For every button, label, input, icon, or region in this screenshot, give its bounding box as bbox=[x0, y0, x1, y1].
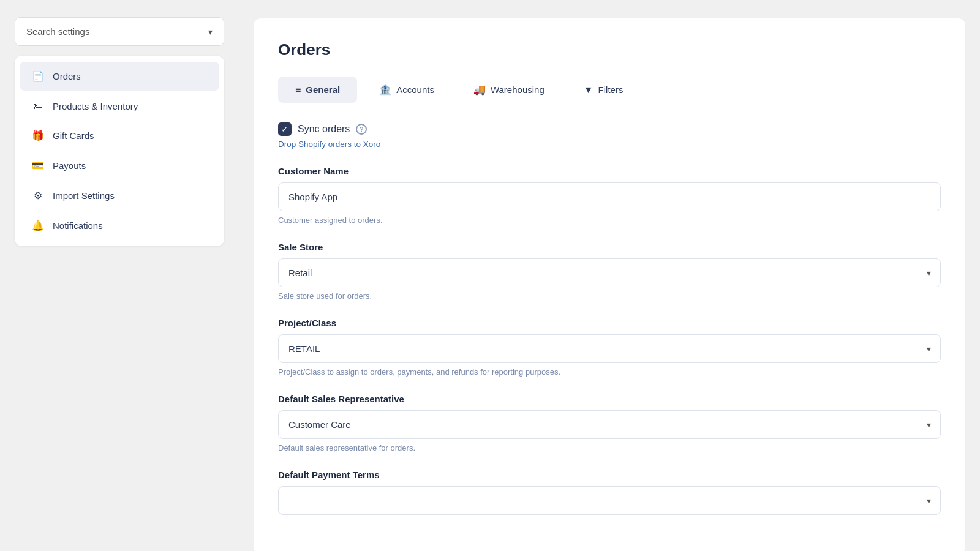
sidebar: Search settings ▾ 📄 Orders 🏷 Products & … bbox=[0, 0, 239, 551]
sale-store-select[interactable]: Retail Online Wholesale bbox=[278, 258, 941, 287]
payouts-icon: 💳 bbox=[32, 160, 44, 171]
sidebar-item-payouts[interactable]: 💳 Payouts bbox=[20, 151, 219, 180]
default-sales-rep-select[interactable]: Customer Care None bbox=[278, 410, 941, 439]
default-sales-rep-label: Default Sales Representative bbox=[278, 394, 941, 404]
import-settings-icon: ⚙ bbox=[32, 190, 44, 201]
tab-warehousing-label: Warehousing bbox=[491, 84, 545, 95]
main-card: Orders ≡ General 🏦 Accounts 🚚 Warehousin… bbox=[254, 18, 965, 551]
gift-cards-icon: 🎁 bbox=[32, 130, 44, 141]
sync-orders-label: Sync orders bbox=[298, 124, 350, 135]
sale-store-select-wrapper: Retail Online Wholesale ▾ bbox=[278, 258, 941, 287]
tab-accounts[interactable]: 🏦 Accounts bbox=[362, 77, 451, 103]
default-payment-terms-section: Default Payment Terms ▾ bbox=[278, 470, 941, 515]
filters-tab-icon: ▼ bbox=[584, 84, 594, 96]
search-settings-box[interactable]: Search settings ▾ bbox=[15, 17, 224, 46]
search-settings-label: Search settings bbox=[26, 26, 89, 37]
sync-orders-help-icon[interactable]: ? bbox=[356, 124, 367, 135]
default-payment-terms-label: Default Payment Terms bbox=[278, 470, 941, 480]
customer-name-section: Customer Name Customer assigned to order… bbox=[278, 166, 941, 225]
sale-store-section: Sale Store Retail Online Wholesale ▾ Sal… bbox=[278, 242, 941, 301]
general-tab-icon: ≡ bbox=[295, 84, 301, 96]
tab-filters[interactable]: ▼ Filters bbox=[567, 77, 641, 103]
sidebar-item-gift-cards[interactable]: 🎁 Gift Cards bbox=[20, 121, 219, 150]
notifications-icon: 🔔 bbox=[32, 220, 44, 231]
orders-icon: 📄 bbox=[32, 70, 44, 82]
tab-general-label: General bbox=[306, 84, 340, 95]
default-payment-terms-select-wrapper: ▾ bbox=[278, 486, 941, 515]
tab-warehousing[interactable]: 🚚 Warehousing bbox=[456, 77, 562, 103]
sync-orders-row: ✓ Sync orders ? bbox=[278, 122, 941, 136]
sidebar-item-products-inventory[interactable]: 🏷 Products & Inventory bbox=[20, 92, 219, 120]
sync-orders-checkbox[interactable]: ✓ bbox=[278, 122, 292, 136]
project-class-label: Project/Class bbox=[278, 318, 941, 328]
accounts-tab-icon: 🏦 bbox=[379, 84, 391, 96]
customer-name-label: Customer Name bbox=[278, 166, 941, 176]
sidebar-item-import-settings[interactable]: ⚙ Import Settings bbox=[20, 181, 219, 210]
tab-general[interactable]: ≡ General bbox=[278, 77, 357, 103]
default-sales-rep-select-wrapper: Customer Care None ▾ bbox=[278, 410, 941, 439]
project-class-select-wrapper: RETAIL ONLINE WHOLESALE ▾ bbox=[278, 334, 941, 363]
products-inventory-icon: 🏷 bbox=[32, 100, 44, 111]
sidebar-item-gift-cards-label: Gift Cards bbox=[53, 130, 94, 141]
page-title: Orders bbox=[278, 40, 941, 59]
main-content: Orders ≡ General 🏦 Accounts 🚚 Warehousin… bbox=[239, 0, 980, 551]
tab-accounts-label: Accounts bbox=[396, 84, 434, 95]
sync-orders-sublabel: Drop Shopify orders to Xoro bbox=[278, 140, 941, 149]
sidebar-item-payouts-label: Payouts bbox=[53, 160, 86, 171]
default-payment-terms-select[interactable] bbox=[278, 486, 941, 515]
sidebar-nav: 📄 Orders 🏷 Products & Inventory 🎁 Gift C… bbox=[15, 56, 224, 246]
search-chevron-icon: ▾ bbox=[208, 27, 213, 37]
sidebar-item-notifications[interactable]: 🔔 Notifications bbox=[20, 211, 219, 240]
checkbox-check-icon: ✓ bbox=[281, 124, 288, 134]
customer-name-input[interactable] bbox=[278, 182, 941, 211]
project-class-section: Project/Class RETAIL ONLINE WHOLESALE ▾ … bbox=[278, 318, 941, 377]
sale-store-label: Sale Store bbox=[278, 242, 941, 252]
tab-filters-label: Filters bbox=[598, 84, 624, 95]
sale-store-help: Sale store used for orders. bbox=[278, 291, 941, 301]
sidebar-item-products-label: Products & Inventory bbox=[53, 101, 138, 111]
warehousing-tab-icon: 🚚 bbox=[473, 84, 486, 96]
sidebar-item-orders-label: Orders bbox=[53, 71, 81, 81]
sidebar-item-orders[interactable]: 📄 Orders bbox=[20, 62, 219, 91]
customer-name-help: Customer assigned to orders. bbox=[278, 216, 941, 225]
project-class-help: Project/Class to assign to orders, payme… bbox=[278, 367, 941, 377]
tabs-bar: ≡ General 🏦 Accounts 🚚 Warehousing ▼ Fil… bbox=[278, 77, 941, 103]
default-sales-rep-section: Default Sales Representative Customer Ca… bbox=[278, 394, 941, 452]
sidebar-item-import-label: Import Settings bbox=[53, 190, 115, 201]
project-class-select[interactable]: RETAIL ONLINE WHOLESALE bbox=[278, 334, 941, 363]
sync-orders-section: ✓ Sync orders ? Drop Shopify orders to X… bbox=[278, 122, 941, 149]
sidebar-item-notifications-label: Notifications bbox=[53, 220, 103, 231]
default-sales-rep-help: Default sales representative for orders. bbox=[278, 443, 941, 452]
